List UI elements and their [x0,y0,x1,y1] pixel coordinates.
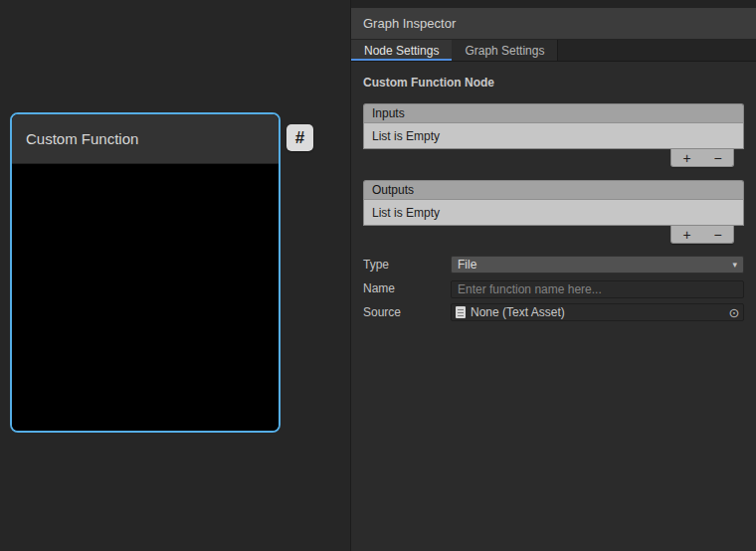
custom-function-node[interactable]: Custom Function [10,112,281,433]
function-name-input[interactable] [451,280,744,298]
inputs-list-empty-label: List is Empty [372,129,440,143]
type-dropdown-value: File [458,258,476,272]
tab-node-settings-label: Node Settings [364,44,439,58]
type-row: Type File ▾ [363,256,744,274]
outputs-list-empty-row: List is Empty [363,200,744,226]
type-dropdown[interactable]: File ▾ [451,256,744,274]
inputs-list-empty-row: List is Empty [363,123,744,149]
outputs-list-footer-buttons: + − [670,226,734,244]
inputs-list-header-label: Inputs [372,106,405,120]
source-label: Source [363,305,451,319]
text-asset-icon [456,306,466,318]
node-body [12,164,279,431]
inspector-title: Graph Inspector [363,16,456,31]
tab-graph-settings-label: Graph Settings [465,44,544,58]
hash-icon: # [295,128,304,148]
object-picker-icon[interactable]: ⊙ [725,304,743,320]
source-row: Source None (Text Asset) ⊙ [363,303,744,321]
outputs-list-header-label: Outputs [372,183,414,197]
inspector-tabbar: Node Settings Graph Settings [351,40,756,62]
inputs-remove-button[interactable]: − [706,151,730,165]
inspector-header[interactable]: Graph Inspector [351,8,756,40]
node-properties: Type File ▾ Name Source None (Text Asset… [363,256,744,321]
source-object-value: None (Text Asset) [471,305,565,319]
node-title: Custom Function [26,130,138,147]
inputs-add-button[interactable]: + [675,151,699,165]
chevron-down-icon: ▾ [732,260,737,270]
outputs-add-button[interactable]: + [675,228,699,242]
outputs-list-header: Outputs [363,180,744,200]
section-title: Custom Function Node [363,76,744,90]
name-row: Name [363,279,744,297]
outputs-list-footer: + − [363,226,744,244]
graph-inspector-panel: Graph Inspector Node Settings Graph Sett… [350,0,756,551]
type-label: Type [363,258,451,272]
source-object-field[interactable]: None (Text Asset) ⊙ [451,303,744,321]
outputs-list: Outputs List is Empty + − [363,180,744,244]
inputs-list-footer-buttons: + − [670,149,734,167]
custom-function-badge-icon: # [286,124,313,151]
inputs-list-header: Inputs [363,103,744,123]
inspector-top-strip [351,0,756,8]
outputs-remove-button[interactable]: − [706,228,730,242]
inputs-list-footer: + − [363,149,744,167]
name-label: Name [363,281,451,295]
inputs-list: Inputs List is Empty + − [363,103,744,167]
tab-node-settings[interactable]: Node Settings [351,40,452,61]
tab-graph-settings[interactable]: Graph Settings [452,40,558,61]
outputs-list-empty-label: List is Empty [372,206,440,220]
node-header[interactable]: Custom Function [12,114,279,164]
